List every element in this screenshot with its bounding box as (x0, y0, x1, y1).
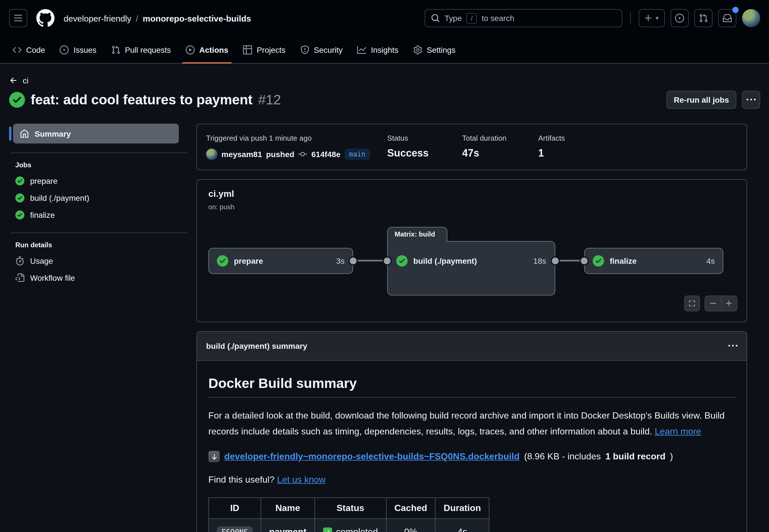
code-icon (12, 45, 22, 54)
graph-zoom-controls (705, 295, 738, 311)
sidebar-job-prepare[interactable]: prepare (10, 172, 197, 189)
column-header-duration: Duration (435, 498, 489, 519)
graph-node-prepare[interactable]: prepare 3s (209, 248, 353, 274)
breadcrumb-owner[interactable]: developer-friendly (64, 13, 131, 23)
connector-dot (384, 257, 391, 264)
graph-node-finalize[interactable]: finalize 4s (584, 248, 723, 274)
kebab-icon (747, 95, 756, 104)
cell-build-duration: 4s (435, 519, 489, 532)
actor-action: pushed (266, 150, 294, 159)
tab-pull-requests[interactable]: Pull requests (106, 36, 176, 63)
git-pull-request-icon (699, 14, 708, 23)
run-details-heading: Run details (15, 241, 197, 249)
actor-name[interactable]: meysam81 (222, 150, 262, 159)
stat-artifacts: Artifacts 1 (538, 134, 565, 160)
run-main: Triggered via push 1 minute ago meysam81… (197, 124, 747, 532)
tab-actions[interactable]: Actions (180, 36, 234, 63)
job-label: build (./payment) (30, 193, 89, 202)
graph-icon (357, 45, 366, 54)
cell-build-cached: 0% (386, 519, 435, 532)
workflow-trigger: on: push (209, 203, 235, 211)
hamburger-menu-button[interactable] (9, 9, 27, 27)
check-circle-icon (396, 255, 408, 267)
sidebar-item-workflow-file[interactable]: Workflow file (10, 269, 197, 286)
zoom-out-button[interactable] (705, 296, 721, 311)
let-us-know-link[interactable]: Let us know (277, 475, 326, 484)
sidebar-divider (11, 233, 187, 233)
run-title-row: feat: add cool features to payment #12 R… (9, 91, 760, 109)
issue-opened-icon (675, 14, 684, 23)
build-summary-title: build (./payment) summary (206, 341, 307, 351)
build-summary-card: build (./payment) summary Docker Build s… (197, 331, 747, 532)
node-duration: 4s (706, 256, 715, 265)
search-placeholder-suffix: to search (482, 14, 514, 23)
run-sidebar: Summary Jobs prepare build (./payment) f… (9, 124, 197, 286)
stat-total-duration: Total duration 47s (462, 134, 538, 160)
matrix-label: Matrix: build (395, 230, 435, 238)
stat-value: 1 (538, 147, 565, 159)
tab-projects[interactable]: Projects (237, 36, 291, 63)
github-logo[interactable] (36, 9, 54, 27)
back-link[interactable]: ci (9, 76, 760, 85)
branch-badge[interactable]: main (345, 149, 370, 160)
workflow-file-name: ci.yml (209, 189, 234, 199)
tab-label: Issues (73, 45, 96, 54)
tab-security[interactable]: Security (295, 36, 348, 63)
dockerbuild-download-link[interactable]: developer-friendly~monorepo-selective-bu… (224, 451, 519, 462)
hamburger-icon (14, 14, 23, 23)
topbar-divider (630, 12, 631, 24)
search-input[interactable]: Type / to search (425, 9, 622, 27)
sidebar-job-finalize[interactable]: finalize (10, 206, 197, 223)
download-size-prefix: (8.96 KB - includes (524, 451, 601, 462)
build-summary-content: Docker Build summary For a detailed look… (197, 361, 747, 532)
connector-dot (552, 257, 559, 264)
stat-status: Status Success (387, 134, 462, 160)
tab-label: Security (314, 45, 343, 54)
notification-dot (732, 7, 739, 13)
user-avatar[interactable] (742, 9, 760, 27)
tab-settings[interactable]: Settings (407, 36, 461, 63)
learn-more-link[interactable]: Learn more (655, 427, 701, 436)
rerun-all-jobs-button[interactable]: Re-run all jobs (667, 91, 736, 109)
git-commit-icon (298, 150, 307, 159)
check-circle-icon (15, 210, 24, 219)
tab-insights[interactable]: Insights (352, 36, 404, 63)
project-table-icon (243, 45, 252, 54)
feedback-prompt: Find this useful? (209, 475, 275, 484)
issues-nav-button[interactable] (671, 9, 689, 27)
run-options-button[interactable] (742, 91, 760, 109)
selected-accent-bar (9, 126, 11, 141)
slash-key-hint: / (466, 13, 477, 24)
sidebar-job-build-payment[interactable]: build (./payment) (10, 189, 197, 206)
summary-options-button[interactable] (728, 341, 738, 351)
active-tab-underline (182, 62, 232, 64)
graph-node-build-payment[interactable]: build (./payment) 18s (387, 248, 555, 274)
workflow-name: ci (23, 76, 28, 85)
stat-label: Status (387, 134, 462, 142)
repo-tab-nav: Code Issues Pull requests Actions Projec… (0, 36, 769, 64)
status-text: completed (336, 527, 378, 532)
download-size-suffix: ) (670, 451, 673, 462)
check-circle-icon (9, 92, 25, 108)
sidebar-item-summary[interactable]: Summary (13, 124, 179, 143)
sidebar-item-usage[interactable]: Usage (10, 252, 197, 269)
git-pull-request-icon (111, 45, 120, 54)
graph-fullscreen-button[interactable] (684, 295, 700, 311)
breadcrumb-repo[interactable]: monorepo-selective-builds (143, 13, 251, 23)
tab-code[interactable]: Code (7, 36, 51, 63)
pull-requests-nav-button[interactable] (694, 9, 713, 27)
description-text: For a detailed look at the build, downlo… (209, 411, 725, 436)
run-layout: Summary Jobs prepare build (./payment) f… (9, 124, 760, 532)
shield-icon (300, 45, 309, 54)
actor-avatar[interactable] (206, 149, 218, 160)
zoom-in-button[interactable] (721, 296, 737, 311)
matrix-group-tab: Matrix: build (387, 227, 447, 241)
search-icon (431, 14, 440, 23)
tab-label: Actions (199, 45, 229, 54)
commit-sha[interactable]: 614f48e (311, 150, 341, 159)
job-label: finalize (30, 210, 55, 219)
create-new-button[interactable]: ▼ (639, 9, 665, 27)
cell-build-id: FSQ0NS (209, 519, 261, 532)
node-name: prepare (234, 256, 263, 265)
tab-issues[interactable]: Issues (54, 36, 102, 63)
